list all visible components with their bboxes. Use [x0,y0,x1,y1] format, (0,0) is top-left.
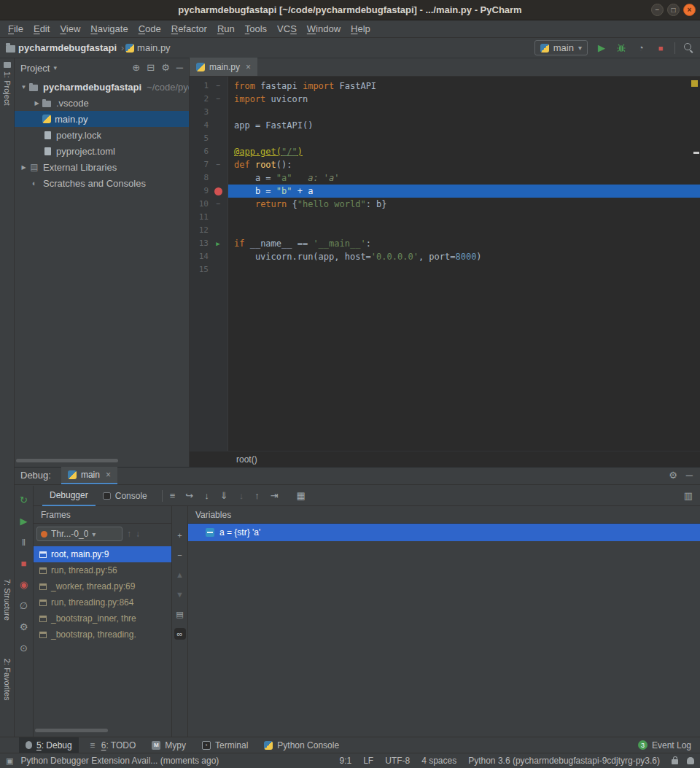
code-text[interactable]: if __name__ == '__main__': [228,237,700,250]
code-text[interactable]: a = "a" a: 'a' [228,171,700,185]
bottom-tab-python-console[interactable]: Python Console [257,737,346,753]
project-hscrollbar[interactable] [16,459,118,462]
frame-up-icon[interactable]: ↑ [127,529,131,539]
bottom-tab-mypy[interactable]: Mypy [145,737,192,753]
step-over-icon[interactable]: ↪ [185,490,193,501]
event-log-button[interactable]: 3 Event Log [638,740,691,750]
fold-icon[interactable]: − [216,79,220,93]
coverage-button[interactable]: ◔ [635,43,647,53]
frame-down-icon[interactable]: ↓ [136,529,140,539]
close-button[interactable]: × [683,4,696,16]
breadcrumb-function[interactable]: root() [236,454,257,465]
frame-row-5[interactable]: _bootstrap, threading. [34,627,171,643]
code-editor[interactable]: 1−from fastapi import FastAPI2−import uv… [190,77,700,451]
bottom-tab-terminal[interactable]: Terminal [195,737,254,753]
code-text[interactable] [228,211,700,224]
tool-stripe-structure[interactable]: 7: Structure [0,579,15,621]
line-ending[interactable]: LF [363,756,373,766]
tree-item--vscode[interactable]: ▶.vscode [15,95,189,111]
code-text[interactable]: def root(): [228,158,700,171]
editor-tab-main-py[interactable]: main.py × [190,58,257,76]
code-text[interactable]: @app.get("/") [228,145,700,158]
code-text[interactable] [228,224,700,237]
tool-windows-icon[interactable]: ▣ [6,756,13,766]
menu-item-edit[interactable]: Edit [28,20,55,38]
gutter-line-12[interactable]: 12 [190,224,228,237]
debug-button[interactable] [615,43,627,53]
frame-row-4[interactable]: _bootstrap_inner, thre [34,610,171,627]
code-text[interactable]: app = FastAPI() [228,119,700,132]
run-config-selector[interactable]: main ▾ [534,40,588,55]
debugger-settings-icon[interactable]: ⚙ [16,618,32,635]
gutter-line-1[interactable]: 1− [190,79,228,93]
maximize-button[interactable]: □ [667,4,680,16]
tree-item-main-py[interactable]: main.py [15,111,189,127]
tool-stripe-project[interactable]: 1: Project [0,62,15,105]
code-text[interactable] [228,263,700,276]
force-step-into-icon[interactable]: ↓ [239,490,244,501]
run-button[interactable]: ▶ [596,43,607,53]
menu-item-help[interactable]: Help [346,20,376,38]
gutter-line-5[interactable]: 5 [190,132,228,145]
rerun-debug-icon[interactable]: ↻ [16,492,32,508]
remove-watch-icon[interactable]: − [174,549,186,561]
mute-breakpoints-icon[interactable]: ∅ [16,597,32,613]
gutter-line-9[interactable]: 9 [190,185,228,198]
gutter-line-6[interactable]: 6 [190,145,228,158]
menu-item-vcs[interactable]: VCS [272,20,302,38]
project-settings-icon[interactable]: ⚙ [161,63,170,73]
collapse-all-icon[interactable]: ⊟ [147,63,155,73]
gutter-line-8[interactable]: 8 [190,171,228,185]
gutter-line-13[interactable]: 13▶ [190,237,228,250]
minimize-button[interactable]: − [651,4,664,16]
add-watch-icon[interactable]: + [174,530,186,541]
pause-icon[interactable]: ‖ [16,534,32,550]
code-text[interactable]: return {"hello world": b} [228,198,700,211]
bottom-tab-6-todo[interactable]: 6: TODO [82,737,143,753]
menu-item-run[interactable]: Run [212,20,240,38]
code-text[interactable]: b = "b" + a [228,185,700,198]
close-session-icon[interactable]: × [106,470,111,480]
menu-item-window[interactable]: Window [302,20,346,38]
frames-hscrollbar[interactable] [35,729,108,732]
view-breakpoints-icon[interactable]: ◉ [16,576,32,592]
chevron-down-icon[interactable]: ▾ [53,64,57,71]
search-everywhere-icon[interactable] [683,42,694,53]
code-text[interactable] [228,106,700,119]
frame-row-2[interactable]: _worker, thread.py:69 [34,578,171,594]
menu-item-navigate[interactable]: Navigate [85,20,133,38]
menu-item-view[interactable]: View [55,20,85,38]
close-tab-icon[interactable]: × [246,62,251,72]
layout-menu-icon[interactable]: ≡ [170,491,176,501]
settings-gear-icon[interactable]: ⚙ [669,470,677,481]
copy-stack-icon[interactable]: ▤ [174,608,186,620]
select-opened-file-icon[interactable]: ⊕ [132,63,140,73]
file-encoding[interactable]: UTF-8 [385,756,410,766]
debug-session-tab[interactable]: main × [61,467,117,484]
breakpoint-icon[interactable] [214,187,222,195]
code-text[interactable]: import uvicorn [228,93,700,106]
hide-window-icon[interactable]: ─ [686,470,693,481]
tree-item-poetry-lock[interactable]: poetry.lock [15,127,189,143]
frame-next-icon[interactable]: ▼ [174,589,186,600]
fold-icon[interactable]: − [216,198,220,211]
menu-item-refactor[interactable]: Refactor [166,20,212,38]
frame-prev-icon[interactable]: ▲ [174,569,186,581]
step-out-icon[interactable]: ↑ [254,490,260,501]
code-text[interactable]: uvicorn.run(app, host='0.0.0.0', port=80… [228,250,700,263]
run-gutter-icon[interactable]: ▶ [216,237,219,250]
gutter-line-11[interactable]: 11 [190,211,228,224]
step-into-icon[interactable]: ↓ [204,490,209,501]
tree-item-pycharmdebugfastapi[interactable]: ▼pycharmdebugfastapi~/code/pycharmdebugf… [15,79,189,95]
gutter-line-7[interactable]: 7− [190,158,228,171]
variable-row[interactable]: a = {str} 'a' [188,524,700,541]
hide-panel-icon[interactable]: ─ [176,63,183,73]
tab-debugger[interactable]: Debugger [42,486,96,506]
thread-selector[interactable]: Thr...-0_0 ▾ [36,527,122,541]
fold-icon[interactable]: − [216,158,220,171]
run-to-cursor-icon[interactable]: ⇥ [271,490,279,501]
gutter-line-15[interactable]: 15 [190,263,228,276]
expand-arrow-icon[interactable]: ▼ [19,84,28,90]
tree-item-external-libraries[interactable]: ▶External Libraries [15,159,189,175]
indent-style[interactable]: 4 spaces [421,756,456,766]
